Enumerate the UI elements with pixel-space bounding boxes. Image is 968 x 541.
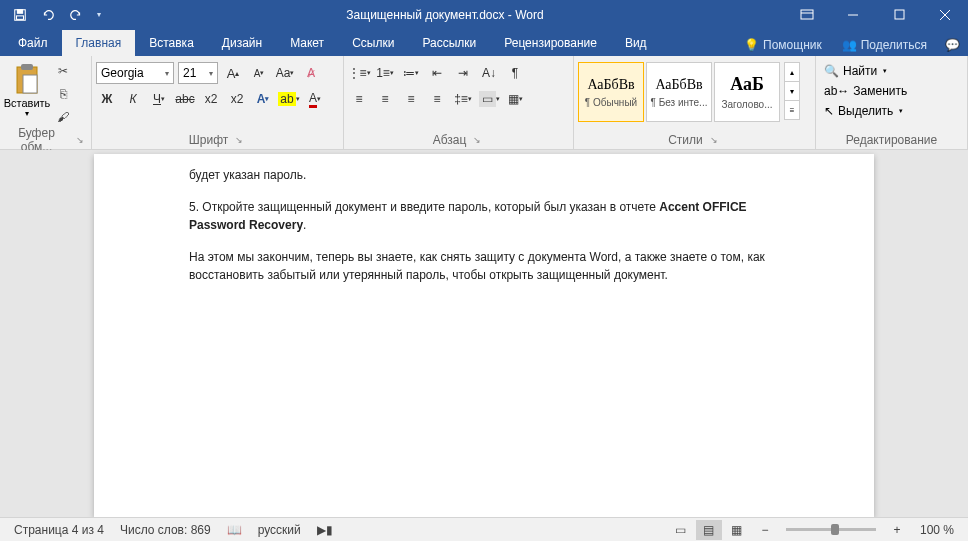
save-icon[interactable]	[8, 3, 32, 27]
zoom-level[interactable]: 100 %	[912, 523, 962, 537]
show-marks-icon[interactable]: ¶	[504, 62, 526, 84]
clipboard-launcher-icon[interactable]: ↘	[73, 135, 87, 145]
redo-icon[interactable]	[64, 3, 88, 27]
borders-icon[interactable]: ▦▾	[504, 88, 526, 110]
status-spellcheck-icon[interactable]: 📖	[219, 523, 250, 537]
line-spacing-icon[interactable]: ‡≡▾	[452, 88, 474, 110]
maximize-icon[interactable]	[876, 0, 922, 29]
group-styles: АаБбВв ¶ Обычный АаБбВв ¶ Без инте... Аа…	[574, 56, 816, 149]
ribbon-tabs: Файл Главная Вставка Дизайн Макет Ссылки…	[0, 29, 968, 56]
align-left-icon[interactable]: ≡	[348, 88, 370, 110]
replace-button[interactable]: ab↔Заменить	[820, 82, 911, 100]
font-color-icon[interactable]: A▾	[304, 88, 326, 110]
tell-me-helper[interactable]: 💡Помощник	[734, 34, 832, 56]
underline-icon[interactable]: Ч▾	[148, 88, 170, 110]
svg-rect-1	[17, 9, 22, 13]
style-heading1[interactable]: АаБ Заголово...	[714, 62, 780, 122]
replace-icon: ab↔	[824, 84, 849, 98]
svg-rect-6	[895, 10, 904, 19]
styles-gallery: АаБбВв ¶ Обычный АаБбВв ¶ Без инте... Аа…	[578, 60, 800, 122]
superscript-icon[interactable]: x2	[226, 88, 248, 110]
italic-icon[interactable]: К	[122, 88, 144, 110]
zoom-slider[interactable]	[786, 528, 876, 531]
shading-icon[interactable]: ▭▾	[478, 88, 500, 110]
ribbon: Вставить ▾ ✂ ⎘ 🖌 Буфер обм...↘ Georgia▾ …	[0, 56, 968, 150]
svg-line-7	[940, 10, 950, 20]
tab-insert[interactable]: Вставка	[135, 30, 208, 56]
group-clipboard: Вставить ▾ ✂ ⎘ 🖌 Буфер обм...↘	[0, 56, 92, 149]
bullets-icon[interactable]: ⋮≡▾	[348, 62, 370, 84]
find-button[interactable]: 🔍Найти▾	[820, 62, 911, 80]
font-size-combo[interactable]: 21▾	[178, 62, 218, 84]
paste-button[interactable]: Вставить ▾	[4, 60, 50, 118]
copy-icon[interactable]: ⎘	[52, 83, 74, 105]
highlight-icon[interactable]: ab▾	[278, 88, 300, 110]
close-icon[interactable]	[922, 0, 968, 29]
page[interactable]: будет указан пароль. 5. Откройте защищен…	[94, 154, 874, 517]
share-button[interactable]: 👥Поделиться	[832, 34, 937, 56]
select-button[interactable]: ↖Выделить▾	[820, 102, 911, 120]
document-area[interactable]: будет указан пароль. 5. Откройте защищен…	[0, 150, 968, 517]
clipboard-icon	[13, 63, 41, 97]
chevron-down-icon: ▾	[25, 109, 29, 118]
paragraph-launcher-icon[interactable]: ↘	[470, 135, 484, 145]
style-normal[interactable]: АаБбВв ¶ Обычный	[578, 62, 644, 122]
svg-line-8	[940, 10, 950, 20]
cut-icon[interactable]: ✂	[52, 60, 74, 82]
ribbon-options-icon[interactable]	[784, 0, 830, 29]
format-painter-icon[interactable]: 🖌	[52, 106, 74, 128]
window-title: Защищенный документ.docx - Word	[106, 8, 784, 22]
change-case-icon[interactable]: Aa▾	[274, 62, 296, 84]
svg-rect-2	[17, 15, 24, 19]
share-icon: 👥	[842, 38, 857, 52]
clear-formatting-icon[interactable]: A̷	[300, 62, 322, 84]
styles-more[interactable]: ▴▾≡	[784, 62, 800, 122]
tab-design[interactable]: Дизайн	[208, 30, 276, 56]
tab-layout[interactable]: Макет	[276, 30, 338, 56]
minimize-icon[interactable]	[830, 0, 876, 29]
zoom-out-icon[interactable]: −	[752, 520, 778, 540]
font-name-combo[interactable]: Georgia▾	[96, 62, 174, 84]
view-web-icon[interactable]: ▦	[724, 520, 750, 540]
font-launcher-icon[interactable]: ↘	[232, 135, 246, 145]
align-right-icon[interactable]: ≡	[400, 88, 422, 110]
svg-rect-9	[17, 67, 37, 93]
align-center-icon[interactable]: ≡	[374, 88, 396, 110]
undo-icon[interactable]	[36, 3, 60, 27]
view-print-icon[interactable]: ▤	[696, 520, 722, 540]
text-effects-icon[interactable]: A▾	[252, 88, 274, 110]
tab-references[interactable]: Ссылки	[338, 30, 408, 56]
qat-customize-icon[interactable]: ▾	[92, 3, 106, 27]
styles-launcher-icon[interactable]: ↘	[707, 135, 721, 145]
group-font: Georgia▾ 21▾ A▴ A▾ Aa▾ A̷ Ж К Ч▾ abc x2 …	[92, 56, 344, 149]
paragraph-text: будет указан пароль.	[189, 166, 784, 184]
style-no-spacing[interactable]: АаБбВв ¶ Без инте...	[646, 62, 712, 122]
numbering-icon[interactable]: 1≡▾	[374, 62, 396, 84]
svg-rect-3	[801, 10, 813, 19]
strikethrough-icon[interactable]: abc	[174, 88, 196, 110]
sort-icon[interactable]: A↓	[478, 62, 500, 84]
group-paragraph: ⋮≡▾ 1≡▾ ≔▾ ⇤ ⇥ A↓ ¶ ≡ ≡ ≡ ≡ ‡≡▾ ▭▾ ▦▾ Аб…	[344, 56, 574, 149]
tab-home[interactable]: Главная	[62, 30, 136, 56]
tab-mailings[interactable]: Рассылки	[408, 30, 490, 56]
subscript-icon[interactable]: x2	[200, 88, 222, 110]
decrease-indent-icon[interactable]: ⇤	[426, 62, 448, 84]
justify-icon[interactable]: ≡	[426, 88, 448, 110]
status-wordcount[interactable]: Число слов: 869	[112, 523, 219, 537]
multilevel-list-icon[interactable]: ≔▾	[400, 62, 422, 84]
grow-font-icon[interactable]: A▴	[222, 62, 244, 84]
status-macros-icon[interactable]: ▶▮	[309, 523, 341, 537]
shrink-font-icon[interactable]: A▾	[248, 62, 270, 84]
increase-indent-icon[interactable]: ⇥	[452, 62, 474, 84]
status-page[interactable]: Страница 4 из 4	[6, 523, 112, 537]
bold-icon[interactable]: Ж	[96, 88, 118, 110]
view-read-icon[interactable]: ▭	[668, 520, 694, 540]
tab-review[interactable]: Рецензирование	[490, 30, 611, 56]
quick-access-toolbar: ▾	[0, 3, 106, 27]
zoom-in-icon[interactable]: +	[884, 520, 910, 540]
comments-icon[interactable]: 💬	[937, 34, 968, 56]
status-bar: Страница 4 из 4 Число слов: 869 📖 русски…	[0, 517, 968, 541]
tab-file[interactable]: Файл	[4, 30, 62, 56]
tab-view[interactable]: Вид	[611, 30, 661, 56]
status-language[interactable]: русский	[250, 523, 309, 537]
